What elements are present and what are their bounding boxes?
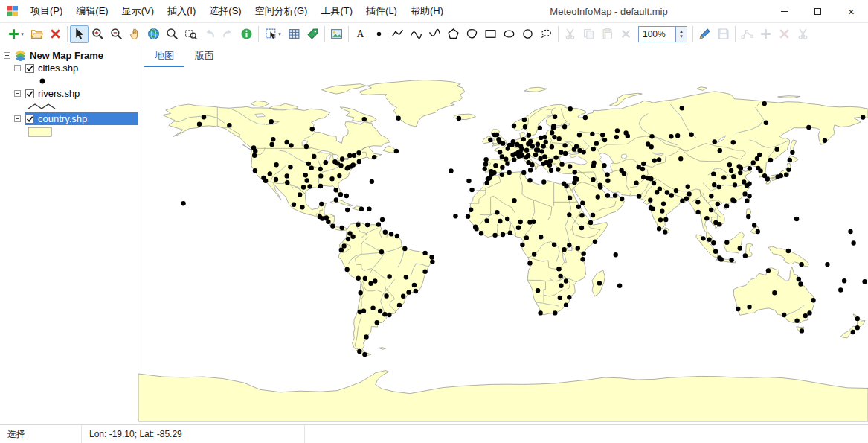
city-dot (498, 150, 502, 154)
draw-freehand-line-button[interactable] (425, 25, 444, 43)
layer-row-cities.shp[interactable]: cities.shp (0, 62, 138, 74)
zoom-spinner[interactable]: ▲▼ (675, 27, 687, 42)
layer-checkbox[interactable] (25, 64, 34, 73)
select-tool-button[interactable] (70, 25, 89, 43)
edit-features-button[interactable] (695, 25, 714, 43)
draw-point-button[interactable] (370, 25, 388, 43)
city-dot (526, 153, 530, 158)
city-dot (788, 158, 792, 162)
map-view[interactable] (138, 67, 868, 424)
layer-checkbox[interactable] (25, 115, 34, 124)
land-new-siberian (778, 96, 800, 98)
layer-label[interactable]: country.shp (38, 113, 87, 124)
label-features-button[interactable] (303, 25, 322, 43)
export-image-button[interactable] (327, 25, 346, 43)
pan-tool-button[interactable] (126, 25, 144, 43)
draw-curved-polygon-button[interactable] (463, 25, 481, 43)
city-dot (678, 156, 683, 161)
menu-item-tools[interactable]: 工具(T) (314, 0, 359, 22)
draw-circle-button[interactable] (518, 25, 537, 43)
line-symbol[interactable] (27, 101, 57, 112)
layer-row-body[interactable]: cities.shp (25, 62, 138, 74)
app-window: 项目(P)编辑(E)显示(V)插入(I)选择(S)空间分析(G)工具(T)插件(… (0, 0, 868, 443)
city-dot (640, 167, 645, 171)
city-dot (576, 205, 581, 209)
menu-item-project[interactable]: 项目(P) (24, 0, 69, 22)
draw-curve-button[interactable] (407, 25, 425, 43)
polygon-symbol[interactable] (28, 127, 52, 137)
city-dot (511, 139, 515, 144)
layer-row-body[interactable]: country.shp (25, 112, 138, 125)
city-dot (340, 156, 344, 161)
toolbar-separator (692, 26, 693, 42)
city-dot (340, 226, 344, 230)
open-project-button[interactable] (28, 25, 46, 43)
city-dot (202, 115, 206, 119)
collapse-toggle-icon[interactable] (4, 52, 10, 59)
split-feature-button (794, 25, 812, 43)
full-extent-button[interactable] (144, 25, 163, 43)
menu-item-view[interactable]: 显示(V) (115, 0, 161, 22)
zoom-in-tool-button[interactable] (89, 25, 107, 43)
zoom-level-combo[interactable]: 100%▲▼ (638, 26, 687, 42)
point-symbol[interactable] (30, 76, 55, 86)
zoom-out-tool-button[interactable] (107, 25, 126, 43)
menu-item-selection[interactable]: 选择(S) (202, 0, 248, 22)
draw-rectangle-button[interactable] (481, 25, 500, 43)
layer-row-body[interactable]: rivers.shp (25, 87, 138, 100)
city-dot (488, 138, 492, 142)
zoom-to-layer-button[interactable] (163, 25, 181, 43)
layer-label[interactable]: rivers.shp (38, 88, 80, 99)
world-map[interactable] (138, 67, 868, 424)
city-dot (268, 171, 272, 176)
remove-layer-button[interactable] (46, 25, 65, 43)
draw-text-button[interactable]: A (351, 25, 370, 43)
draw-ellipse-button[interactable] (500, 25, 518, 43)
identify-button[interactable] (237, 25, 256, 43)
layer-row-country.shp[interactable]: country.shp (0, 112, 138, 125)
tab-map[interactable]: 地图 (144, 45, 184, 67)
city-dot (709, 194, 713, 198)
collapse-toggle-icon[interactable] (14, 115, 21, 122)
collapse-toggle-icon[interactable] (14, 65, 21, 71)
close-button[interactable]: × (835, 0, 868, 22)
add-layer-button[interactable]: ▾ (4, 25, 28, 43)
select-features-button[interactable]: ▾ (261, 25, 285, 43)
tab-layout[interactable]: 版面 (184, 45, 225, 67)
collapse-toggle-icon[interactable] (14, 90, 21, 97)
draw-polyline-button[interactable] (388, 25, 407, 43)
maximize-button[interactable] (801, 0, 835, 22)
menu-item-plugins[interactable]: 插件(L) (359, 0, 404, 22)
menu-item-spatial-analysis[interactable]: 空间分析(G) (248, 0, 315, 22)
city-dot (524, 235, 529, 240)
layer-label[interactable]: cities.shp (38, 63, 78, 74)
attribute-table-button[interactable] (285, 25, 303, 43)
minimize-button[interactable] (768, 0, 801, 22)
city-dot (765, 176, 770, 181)
city-dot (493, 163, 498, 168)
toolbar-separator (348, 26, 349, 42)
map-frame-label[interactable]: New Map Frame (30, 50, 103, 61)
city-dot (648, 197, 652, 202)
city-dot (429, 255, 434, 259)
layer-checkbox[interactable] (25, 89, 34, 98)
draw-freehand-polygon-button[interactable] (537, 25, 556, 43)
city-dot (660, 208, 664, 213)
city-dot (721, 175, 726, 179)
menu-item-help[interactable]: 帮助(H) (404, 0, 450, 22)
menu-item-insert[interactable]: 插入(I) (161, 0, 202, 22)
menu-item-edit[interactable]: 编辑(E) (69, 0, 115, 22)
city-dot (365, 223, 370, 227)
city-dot (614, 252, 618, 257)
city-dot (617, 284, 622, 288)
city-dot (772, 290, 777, 295)
draw-polygon-button[interactable] (444, 25, 463, 43)
city-dot (495, 210, 499, 214)
layer-row-rivers.shp[interactable]: rivers.shp (0, 87, 138, 100)
city-dot (641, 175, 646, 179)
zoom-rectangle-button[interactable] (181, 25, 200, 43)
city-dot (713, 139, 717, 144)
city-dot (806, 125, 811, 130)
city-dot (572, 180, 576, 185)
city-dot (579, 226, 584, 230)
